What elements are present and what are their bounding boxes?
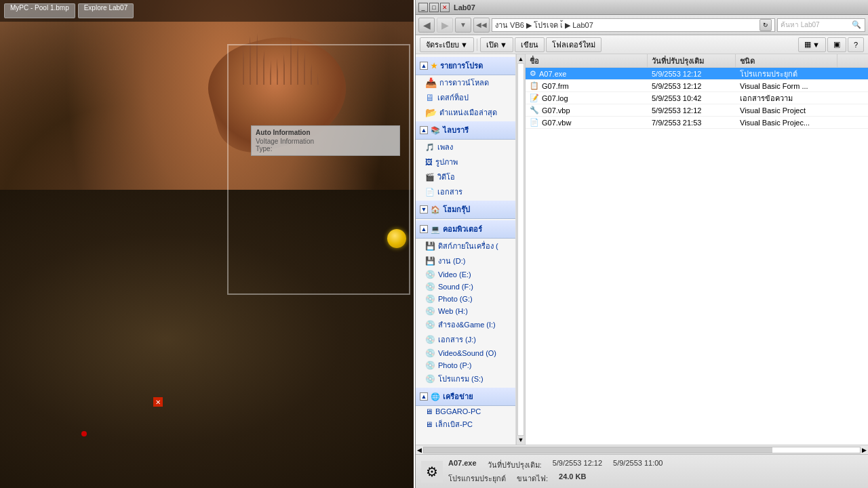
sidebar-item-desktop[interactable]: 🖥 เดสก์ท็อป [416, 90, 515, 105]
close-button[interactable]: ✕ [440, 3, 450, 12]
sidebar-item-drive-s[interactable]: 💿 โปรแกรม (S:) [416, 371, 515, 386]
status-file-icon: ⚙ [421, 461, 443, 483]
views-button[interactable]: ▦ ▼ [798, 37, 826, 52]
sidebar-item-drive-i[interactable]: 💿 สำรอง&Game (I:) [416, 317, 515, 332]
status-row-1: A07.exe วันที่ปรับปรุงเติม: 5/9/2553 12:… [448, 459, 863, 471]
sidebar-item-videos[interactable]: 🎬 วิดีโอ [416, 169, 515, 184]
file-date-g07vbw: 7/9/2553 21:53 [648, 119, 736, 127]
h-scroll-left[interactable]: ◀ [417, 447, 422, 453]
recent-folder-icon: 📂 [425, 107, 437, 118]
file-date-g07frm: 5/9/2553 12:12 [648, 82, 736, 90]
col-header-date[interactable]: วันที่ปรับปรุงเติม [648, 54, 736, 67]
file-list-header: ชื่อ วันที่ปรับปรุงเติม ชนิด [526, 54, 868, 68]
sidebar-scrollbar[interactable]: ▲ ▼ [516, 54, 526, 445]
drive-e-icon: 💿 [425, 270, 435, 279]
sidebar-item-drive-e[interactable]: 💿 Video (E:) [416, 268, 515, 281]
sidebar-item-drive-f[interactable]: 💿 Sound (F:) [416, 281, 515, 293]
status-size-date: 5/9/2553 11:00 [613, 459, 663, 471]
sidebar-item-recent[interactable]: 📂 ตำแหน่งเมือล่าสุด [416, 105, 515, 120]
status-info: A07.exe วันที่ปรับปรุงเติม: 5/9/2553 12:… [448, 459, 863, 485]
computer-header[interactable]: ▲ 💻 คอมพิวเตอร์ [416, 220, 515, 239]
status-date-modified-value: 5/9/2553 12:12 [553, 459, 602, 471]
sidebar-item-drive-p[interactable]: 💿 Photo (P:) [416, 359, 515, 371]
back-button[interactable]: ◀ [418, 18, 435, 33]
help-button[interactable]: ? [848, 37, 864, 52]
red-dot [81, 431, 87, 436]
taskbar-item-1[interactable]: MyPC - Pool 1.bmp [4, 3, 75, 18]
favorites-header[interactable]: ▲ ★ รายการโปรด [416, 57, 515, 75]
file-row-g07vbp[interactable]: 🔧 G07.vbp 5/9/2553 12:12 Visual Basic Pr… [526, 104, 868, 117]
library-header[interactable]: ▲ 📚 ไลบรารี [416, 121, 515, 140]
maximize-button[interactable]: □ [429, 3, 439, 12]
h-scroll-track[interactable] [423, 447, 861, 453]
scroll-up-arrow[interactable]: ▲ [518, 56, 524, 62]
file-row-g07frm[interactable]: 📋 G07.frm 5/9/2553 12:12 Visual Basic Fo… [526, 80, 868, 92]
col-header-name[interactable]: ชื่อ [526, 54, 648, 67]
file-type-a07exe: โปรแกรมประยุกต์ [736, 68, 837, 80]
yellow-circle-indicator [387, 229, 406, 248]
sidebar-item-pictures[interactable]: 🖼 รูปภาพ [416, 155, 515, 169]
network-collapse[interactable]: ▲ [420, 392, 428, 401]
open-button[interactable]: เปิด ▼ [480, 37, 513, 52]
sidebar-item-lek-pc[interactable]: 🖥 เล็กเบิส-PC [416, 417, 515, 432]
file-row-a07exe[interactable]: ⚙ A07.exe 5/9/2553 12:12 โปรแกรมประยุกต์ [526, 68, 868, 80]
file-icon-g07vbw: 📄 [530, 118, 539, 127]
dropdown-button[interactable]: ▼ [455, 18, 471, 33]
favorites-collapse[interactable]: ▲ [420, 62, 428, 70]
organize-button[interactable]: จัดระเบียบ ▼ [420, 37, 474, 52]
sidebar-item-local-disk[interactable]: 💾 ดิสก์ภายในเครื่อง ( [416, 239, 515, 253]
network-header[interactable]: ▲ 🌐 เครือข่าย [416, 388, 515, 406]
sidebar-item-drive-j[interactable]: 💿 เอกสาร (J:) [416, 332, 515, 347]
sidebar-item-drive-o[interactable]: 💿 Video&Sound (O) [416, 347, 515, 359]
info-panel: Auto Information Voltage Information Typ… [251, 125, 400, 156]
file-date-a07exe: 5/9/2553 12:12 [648, 70, 736, 78]
write-button[interactable]: เขียน [515, 37, 545, 52]
sidebar-item-downloads[interactable]: 📥 การดาวน์โหลด [416, 75, 515, 90]
scroll-down-arrow[interactable]: ▼ [518, 436, 524, 443]
drive-d-icon: 💾 [425, 256, 435, 266]
h-scroll-right[interactable]: ▶ [862, 447, 867, 453]
preview-button[interactable]: ▣ [827, 37, 846, 52]
computer-icon: 💻 [431, 225, 440, 234]
sidebar-item-music[interactable]: 🎵 เพลง [416, 140, 515, 155]
desktop-folder-icon: 🖥 [425, 92, 435, 103]
horizontal-scrollbar[interactable]: ◀ ▶ [416, 445, 868, 454]
sidebar-item-bggaro-pc[interactable]: 🖥 BGGARO-PC [416, 406, 515, 417]
computer-collapse[interactable]: ▲ [420, 225, 428, 233]
scroll-thumb[interactable] [517, 63, 524, 436]
sidebar-item-drive-g[interactable]: 💿 Photo (G:) [416, 293, 515, 305]
minimize-button[interactable]: _ [418, 3, 428, 12]
window-title: Lab07 [454, 3, 475, 12]
forward-button[interactable]: ▶ [437, 18, 453, 33]
file-row-g07vbw[interactable]: 📄 G07.vbw 7/9/2553 21:53 Visual Basic Pr… [526, 117, 868, 129]
file-date-g07log: 5/9/2553 10:42 [648, 94, 736, 102]
drive-i-icon: 💿 [425, 320, 435, 329]
homegroup-header[interactable]: ▼ 🏠 โฮมกรุ๊ป [416, 201, 515, 219]
pc-icon-1: 🖥 [425, 407, 433, 415]
col-header-type[interactable]: ชนิด [736, 54, 837, 67]
sidebar-item-drive-d[interactable]: 💾 งาน (D:) [416, 253, 515, 268]
favorites-section: ▲ ★ รายการโปรด 📥 การดาวน์โหลด 🖥 เดสก์ท็อ… [416, 57, 515, 120]
search-field[interactable]: ค้นหา Lab07 🔍 [777, 18, 865, 32]
h-scroll-thumb[interactable] [424, 447, 772, 453]
explorer-window: _ □ ✕ Lab07 ◀ ▶ ▼ ◀◀ งาน VB6 ▶ โปรเจค เ้… [415, 0, 868, 488]
taskbar-item-2[interactable]: Explore Lab07 [78, 3, 134, 18]
homegroup-collapse[interactable]: ▼ [420, 205, 428, 214]
file-name-g07log: 📝 G07.log [526, 94, 648, 102]
sidebar-item-documents[interactable]: 📄 เอกสาร [416, 184, 515, 199]
window-controls: _ □ ✕ [418, 3, 450, 12]
new-folder-button[interactable]: โฟลเดอร์ใหม่ [546, 37, 601, 52]
address-field[interactable]: งาน VB6 ▶ โปรเจค เ้ ▶ Lab07 ↻ [492, 18, 775, 32]
drive-g-icon: 💿 [425, 294, 435, 304]
file-icon-g07vbp: 🔧 [530, 106, 539, 115]
address-refresh[interactable]: ↻ [760, 19, 772, 31]
sidebar-item-drive-h[interactable]: 💿 Web (H:) [416, 305, 515, 317]
sidebar: ▲ ★ รายการโปรด 📥 การดาวน์โหลด 🖥 เดสก์ท็อ… [416, 54, 516, 445]
music-icon: 🎵 [425, 143, 435, 152]
file-row-g07log[interactable]: 📝 G07.log 5/9/2553 10:42 เอกสารข้อความ [526, 92, 868, 104]
library-collapse[interactable]: ▲ [420, 126, 428, 134]
nav-arrows[interactable]: ◀◀ [473, 18, 490, 33]
search-icon[interactable]: 🔍 [851, 20, 862, 30]
status-size-label: ขนาดไฟ: [517, 472, 548, 485]
drive-f-icon: 💿 [425, 282, 435, 291]
